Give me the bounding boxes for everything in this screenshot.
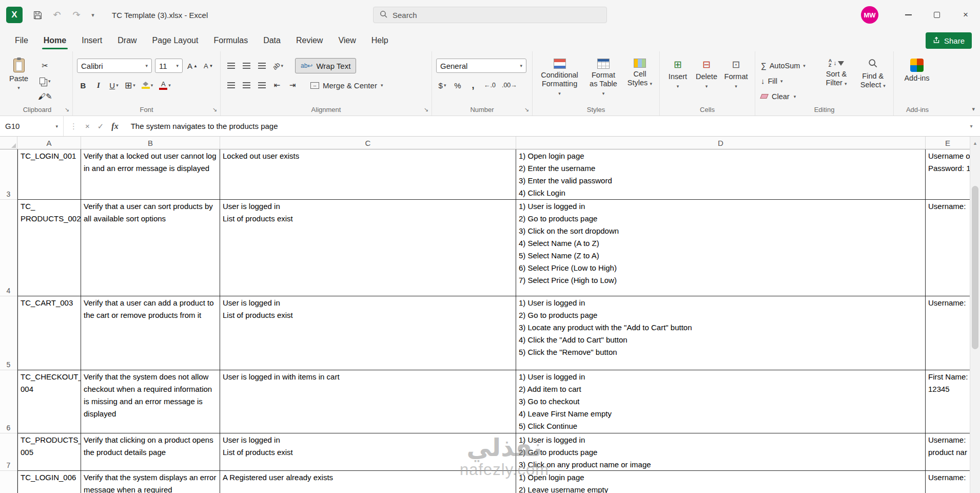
- row-header-7[interactable]: 7: [0, 433, 17, 471]
- tab-help[interactable]: Help: [364, 30, 396, 51]
- cell-C7[interactable]: User is logged in List of products exist: [220, 433, 516, 471]
- cell-B3[interactable]: Verify that a locked out user cannot log…: [81, 149, 220, 200]
- customize-qat-chevron-icon[interactable]: ▾: [87, 6, 99, 24]
- fill-color-button[interactable]: ▾: [140, 79, 155, 92]
- column-header-c[interactable]: C: [220, 137, 516, 149]
- formula-input[interactable]: The system navigates to the products pag…: [125, 116, 963, 136]
- cell-D4[interactable]: 1) User is logged in 2) Go to products p…: [516, 200, 926, 296]
- font-dialog-launcher-icon[interactable]: ↘: [212, 106, 217, 113]
- insert-function-icon[interactable]: fx: [111, 122, 118, 131]
- cancel-icon[interactable]: ×: [85, 122, 90, 130]
- row-header-8[interactable]: 8: [0, 471, 17, 493]
- cell-C8[interactable]: A Registered user already exists: [220, 471, 516, 493]
- delete-cells-button[interactable]: ⊟ Delete ▾: [693, 58, 720, 104]
- align-center-button[interactable]: [240, 79, 252, 92]
- scroll-up-icon[interactable]: ▲: [970, 137, 980, 149]
- decrease-indent-button[interactable]: ⇤: [271, 79, 283, 92]
- select-all-corner[interactable]: [0, 137, 17, 149]
- cell-C5[interactable]: User is logged in List of products exist: [220, 296, 516, 370]
- row-header-3[interactable]: 3: [0, 149, 17, 200]
- increase-decimal-button[interactable]: ←.0: [482, 79, 497, 92]
- orientation-button[interactable]: ab▾: [271, 59, 285, 73]
- cell-E8[interactable]: Username:: [926, 471, 970, 493]
- insert-cells-button[interactable]: ⊞ Insert ▾: [664, 58, 692, 104]
- cell-E4[interactable]: Username:: [926, 200, 970, 296]
- align-left-button[interactable]: [225, 79, 237, 92]
- cell-A6[interactable]: TC_CHECKOUT_ 004: [17, 370, 81, 433]
- cell-A3[interactable]: TC_LOGIN_001: [17, 149, 81, 200]
- column-header-a[interactable]: A: [17, 137, 81, 149]
- find-select-button[interactable]: Find & Select ▾: [857, 58, 889, 104]
- cut-button[interactable]: ✂: [36, 59, 54, 72]
- paste-button[interactable]: Paste ▾: [6, 58, 31, 103]
- autosum-button[interactable]: ∑ AutoSum▾: [759, 59, 816, 72]
- cell-A7[interactable]: TC_PRODUCTS_ 005: [17, 433, 81, 471]
- conditional-formatting-button[interactable]: Conditional Formatting ▾: [537, 58, 582, 104]
- tab-data[interactable]: Data: [256, 30, 288, 51]
- middle-align-button[interactable]: [240, 59, 252, 73]
- share-button[interactable]: Share: [926, 32, 972, 49]
- column-header-b[interactable]: B: [81, 137, 220, 149]
- search-input[interactable]: Search: [373, 7, 607, 23]
- cell-E7[interactable]: Username: product nar: [926, 433, 970, 471]
- alignment-dialog-launcher-icon[interactable]: ↘: [424, 106, 428, 113]
- format-cells-button[interactable]: ⊡ Format ▾: [721, 58, 751, 104]
- format-painter-button[interactable]: 🖌︎✎: [36, 89, 54, 103]
- tab-insert[interactable]: Insert: [74, 30, 110, 51]
- cell-C4[interactable]: User is logged in List of products exist: [220, 200, 516, 296]
- number-format-combo[interactable]: General ▾: [436, 59, 526, 73]
- italic-button[interactable]: I: [92, 79, 105, 92]
- close-button[interactable]: ×: [951, 0, 980, 30]
- cell-A5[interactable]: TC_CART_003: [17, 296, 81, 370]
- enter-icon[interactable]: ✓: [97, 122, 104, 131]
- tab-draw[interactable]: Draw: [110, 30, 144, 51]
- expand-formula-bar-chevron-icon[interactable]: ▾: [963, 116, 980, 136]
- tab-page-layout[interactable]: Page Layout: [145, 30, 206, 51]
- save-icon[interactable]: [29, 6, 46, 24]
- cell-D7[interactable]: 1) User is logged in 2) Go to products p…: [516, 433, 926, 471]
- cell-D8[interactable]: 1) Open login page 2) Leave username emp…: [516, 471, 926, 493]
- tab-home[interactable]: Home: [36, 30, 74, 51]
- cell-E5[interactable]: Username:: [926, 296, 970, 370]
- cell-A4[interactable]: TC_ PRODUCTS_002: [17, 200, 81, 296]
- avatar[interactable]: MW: [861, 6, 878, 24]
- font-size-combo[interactable]: 11 ▾: [155, 59, 183, 73]
- cell-C3[interactable]: Locked out user exists: [220, 149, 516, 200]
- minimize-button[interactable]: [894, 0, 923, 30]
- cell-B4[interactable]: Verify that a user can sort products by …: [81, 200, 220, 296]
- addins-button[interactable]: Add-ins: [898, 58, 936, 84]
- tab-review[interactable]: Review: [288, 30, 330, 51]
- cell-B8[interactable]: Verify that the system displays an error…: [81, 471, 220, 493]
- cell-E3[interactable]: Username o Password: 1: [926, 149, 970, 200]
- number-dialog-launcher-icon[interactable]: ↘: [524, 106, 529, 113]
- sort-filter-button[interactable]: AZ↓ Sort & Filter ▾: [819, 58, 853, 104]
- clipboard-dialog-launcher-icon[interactable]: ↘: [65, 106, 69, 113]
- wrap-text-button[interactable]: ab↩ Wrap Text: [295, 58, 356, 73]
- row-header-5[interactable]: 5: [0, 296, 17, 370]
- shrink-font-button[interactable]: A▼: [202, 59, 215, 73]
- undo-icon[interactable]: ↶: [48, 6, 66, 24]
- redo-icon[interactable]: ↷: [68, 6, 85, 24]
- vertical-scrollbar[interactable]: ▲: [970, 137, 980, 493]
- cell-E6[interactable]: First Name: 12345: [926, 370, 970, 433]
- cell-D5[interactable]: 1) User is logged in 2) Go to products p…: [516, 296, 926, 370]
- cell-B7[interactable]: Verify that clicking on a product opens …: [81, 433, 220, 471]
- tab-view[interactable]: View: [330, 30, 363, 51]
- cell-D6[interactable]: 1) User is logged in 2) Add item to cart…: [516, 370, 926, 433]
- grow-font-button[interactable]: A▲: [186, 59, 199, 73]
- cell-B5[interactable]: Verify that a user can add a product to …: [81, 296, 220, 370]
- underline-button[interactable]: U▾: [108, 79, 120, 92]
- decrease-decimal-button[interactable]: .00→: [500, 79, 519, 92]
- comma-style-button[interactable]: ,: [467, 79, 479, 92]
- tab-formulas[interactable]: Formulas: [206, 30, 256, 51]
- scrollbar-thumb[interactable]: [972, 186, 978, 349]
- borders-button[interactable]: ⊞▾: [123, 79, 137, 92]
- accounting-format-button[interactable]: $▾: [436, 79, 448, 92]
- bold-button[interactable]: B: [77, 79, 89, 92]
- maximize-button[interactable]: [923, 0, 951, 30]
- row-header-4[interactable]: 4: [0, 200, 17, 296]
- font-color-button[interactable]: A ▾: [158, 79, 172, 92]
- align-right-button[interactable]: [256, 79, 268, 92]
- top-align-button[interactable]: [225, 59, 237, 73]
- tab-file[interactable]: File: [7, 30, 36, 51]
